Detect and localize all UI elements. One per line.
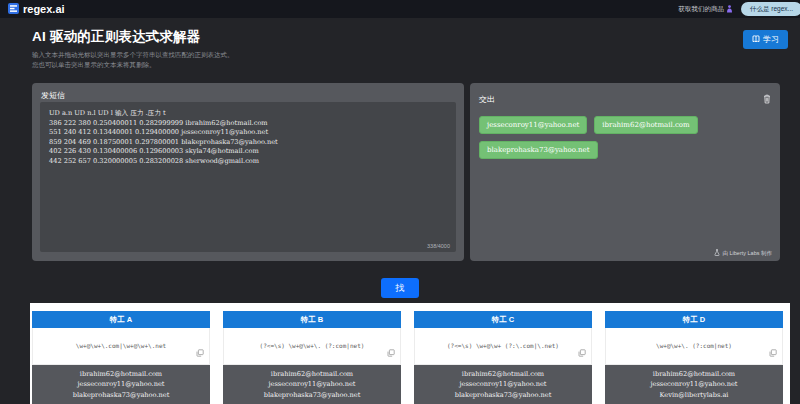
input-panel-title: 发短信 xyxy=(32,83,464,101)
input-line: 551 240 412 0.13440001 0.129400000 jesse… xyxy=(49,128,447,138)
navbar: regex.ai 获取我们的商品 什么是 regex... xyxy=(0,0,800,18)
copy-icon xyxy=(769,343,777,361)
clear-output-button[interactable] xyxy=(763,90,771,108)
agent-regex: (?<=\s) \w+@\w+\. (?:com|net) xyxy=(254,342,371,349)
merch-link-label: 获取我们的商品 xyxy=(679,5,725,14)
agent-card-title: 特工 D xyxy=(605,311,783,328)
agent-card-c: 特工 C (?<=\s) \w+@\w+ (?:\.com|\.net) ibr… xyxy=(414,311,592,404)
agent-match: blakeprohaska73@yahoo.net xyxy=(32,390,210,400)
agent-matches-list: ibrahim62@hotmail.com jesseconroy11@yaho… xyxy=(605,365,783,404)
match-chip[interactable]: blakeprohaska73@yahoo.net xyxy=(479,141,598,159)
char-count: 338/4000 xyxy=(427,243,450,249)
agent-card-title: 特工 A xyxy=(32,311,210,328)
agent-card-a: 特工 A \w+@\w+\.com|\w+@\w+\.net ibrahim62… xyxy=(32,311,210,404)
agent-regex-body: \w+@\w+\. (?:com|net) xyxy=(605,328,783,365)
agent-card-title: 特工 B xyxy=(223,311,401,328)
agent-card-title: 特工 C xyxy=(414,311,592,328)
agent-matches-list: ibrahim62@hotmail.com jesseconroy11@yaho… xyxy=(32,365,210,404)
agent-match: jesseconroy11@yahoo.net xyxy=(223,379,401,389)
hero-subtitle-line2: 您也可以单击突出显示的文本来将其删除。 xyxy=(32,61,234,70)
page-title: AI 驱动的正则表达式求解器 xyxy=(32,28,234,46)
input-line: 386 222 380 0.250400011 0.282999999 ibra… xyxy=(49,119,447,129)
agent-regex: \w+@\w+\. (?:com|net) xyxy=(650,342,738,349)
find-row: 找 xyxy=(0,278,800,298)
copy-regex-button[interactable] xyxy=(769,343,777,361)
agent-regex-body: (?<=\s) \w+@\w+ (?:\.com|\.net) xyxy=(414,328,592,365)
navbar-right: 获取我们的商品 什么是 regex... xyxy=(679,2,792,16)
agent-card-d: 特工 D \w+@\w+\. (?:com|net) ibrahim62@hot… xyxy=(605,311,783,404)
match-chip[interactable]: jesseconroy11@yahoo.net xyxy=(479,116,587,134)
output-panel-header: 交出 xyxy=(470,83,780,108)
brand-logo[interactable]: regex.ai xyxy=(8,3,65,16)
agent-regex-body: (?<=\s) \w+@\w+\. (?:com|net) xyxy=(223,328,401,365)
person-icon xyxy=(726,5,733,14)
what-is-regex-button[interactable]: 什么是 regex... xyxy=(741,2,800,16)
output-panel: 交出 jesseconroy11@yahoo.net ibrahim62@hot… xyxy=(470,83,780,261)
copy-regex-button[interactable] xyxy=(387,343,395,361)
agent-regex: \w+@\w+\.com|\w+@\w+\.net xyxy=(70,342,172,349)
agent-match: jesseconroy11@yahoo.net xyxy=(605,379,783,389)
copy-regex-button[interactable] xyxy=(196,343,204,361)
book-icon xyxy=(752,35,760,45)
agent-card-b: 特工 B (?<=\s) \w+@\w+\. (?:com|net) ibrah… xyxy=(223,311,401,404)
text-input-area[interactable]: UD a.n UD n.l UD l 输入 压力 .压力 t 386 222 3… xyxy=(40,102,456,252)
agent-match: jesseconroy11@yahoo.net xyxy=(32,379,210,389)
learn-button-label: 学习 xyxy=(763,34,779,45)
agent-regex-body: \w+@\w+\.com|\w+@\w+\.net xyxy=(32,328,210,365)
learn-button[interactable]: 学习 xyxy=(743,30,788,49)
input-line: 402 226 430 0.130400006 0.129600003 skyl… xyxy=(49,147,447,157)
agent-matches-list: ibrahim62@hotmail.com jesseconroy11@yaho… xyxy=(223,365,401,404)
hero-text: AI 驱动的正则表达式求解器 输入文本并拖动光标以突出显示多个字符串以查找匹配的… xyxy=(32,26,234,71)
regex-ai-logo-icon xyxy=(8,3,19,16)
trash-icon xyxy=(763,90,771,108)
copy-icon xyxy=(387,343,395,361)
copy-icon xyxy=(578,343,586,361)
agent-match: jesseconroy11@yahoo.net xyxy=(414,379,592,389)
match-chips: jesseconroy11@yahoo.net ibrahim62@hotmai… xyxy=(470,108,780,159)
agent-match: Kevin@libertylabs.ai xyxy=(605,390,783,400)
find-button[interactable]: 找 xyxy=(381,278,419,298)
match-chip[interactable]: ibrahim62@hotmail.com xyxy=(594,116,697,134)
panels-row: 发短信 UD a.n UD n.l UD l 输入 压力 .压力 t 386 2… xyxy=(0,83,800,261)
input-panel: 发短信 UD a.n UD n.l UD l 输入 压力 .压力 t 386 2… xyxy=(32,83,464,261)
credit-label: 由 Liberty Labs 制作 xyxy=(722,250,772,257)
output-panel-title: 交出 xyxy=(479,94,495,105)
agent-match: ibrahim62@hotmail.com xyxy=(605,369,783,379)
agent-match: ibrahim62@hotmail.com xyxy=(223,369,401,379)
regex-ai-app: regex.ai 获取我们的商品 什么是 regex... AI 驱动的正则表达… xyxy=(0,0,800,404)
input-line: 442 252 657 0.320000005 0.283200028 sher… xyxy=(49,157,447,167)
agent-match: ibrahim62@hotmail.com xyxy=(414,369,592,379)
agent-matches-list: ibrahim62@hotmail.com jesseconroy11@yaho… xyxy=(414,365,592,404)
agent-match: ibrahim62@hotmail.com xyxy=(32,369,210,379)
agents-strip: 特工 A \w+@\w+\.com|\w+@\w+\.net ibrahim62… xyxy=(30,303,790,404)
copy-icon xyxy=(196,343,204,361)
copy-regex-button[interactable] xyxy=(578,343,586,361)
agent-match: blakeprohaska73@yahoo.net xyxy=(414,390,592,400)
hero-subtitle-line1: 输入文本并拖动光标以突出显示多个字符串以查找匹配的正则表达式。 xyxy=(32,51,234,60)
input-line: 859 204 469 0.18750001 0.297800001 blake… xyxy=(49,138,447,148)
merch-link[interactable]: 获取我们的商品 xyxy=(679,5,734,14)
agent-match: blakeprohaska73@yahoo.net xyxy=(223,390,401,400)
hero-section: AI 驱动的正则表达式求解器 输入文本并拖动光标以突出显示多个字符串以查找匹配的… xyxy=(0,18,800,71)
agent-regex: (?<=\s) \w+@\w+ (?:\.com|\.net) xyxy=(441,342,565,349)
brand-name: regex.ai xyxy=(23,3,65,15)
flask-icon xyxy=(714,249,720,257)
liberty-labs-credit-link[interactable]: 由 Liberty Labs 制作 xyxy=(714,249,772,257)
input-line: UD a.n UD n.l UD l 输入 压力 .压力 t xyxy=(49,109,447,119)
